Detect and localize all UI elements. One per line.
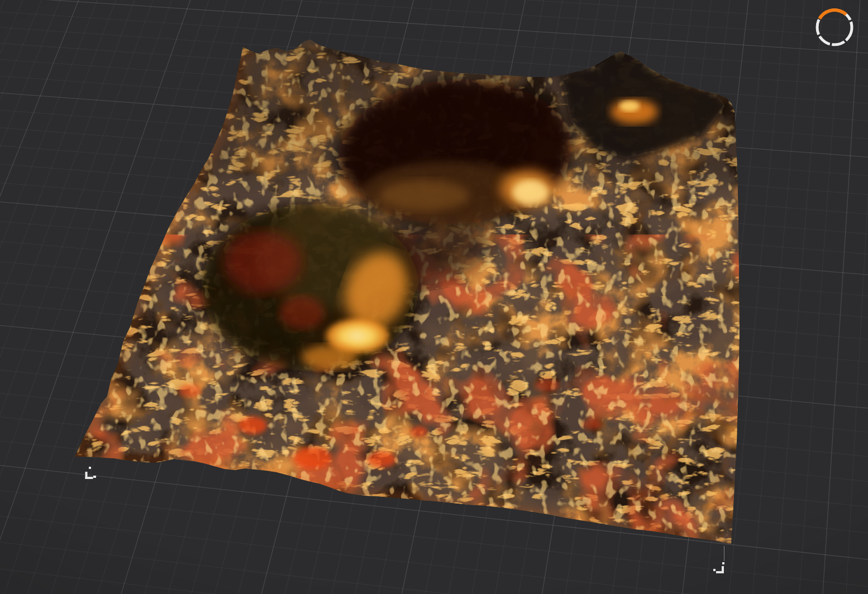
terrain-canvas[interactable] xyxy=(0,0,868,594)
terrain-tile[interactable] xyxy=(56,33,760,558)
bounds-handle-bottom-left[interactable] xyxy=(85,467,97,479)
bounds-handle-bottom-right[interactable] xyxy=(713,546,724,573)
viewport-3d[interactable] xyxy=(0,0,868,594)
warm-cast xyxy=(56,33,760,558)
